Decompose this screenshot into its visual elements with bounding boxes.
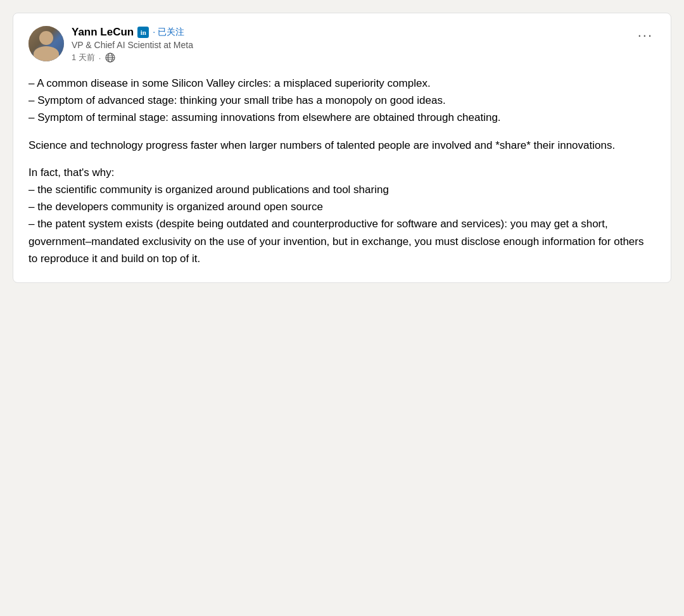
globe-icon	[104, 52, 116, 63]
user-info: Yann LeCun in · 已关注 VP & Chief AI Scient…	[72, 26, 656, 63]
content-paragraph-1: – A common disease in some Silicon Valle…	[28, 75, 656, 127]
timestamp: 1 天前	[72, 52, 95, 63]
avatar[interactable]	[28, 26, 64, 61]
post-meta: 1 天前 ·	[72, 52, 656, 63]
author-name[interactable]: Yann LeCun	[72, 26, 134, 39]
more-options-button[interactable]: ···	[635, 26, 656, 45]
follow-badge[interactable]: · 已关注	[153, 27, 184, 38]
author-title: VP & Chief AI Scientist at Meta	[72, 40, 656, 50]
name-row: Yann LeCun in · 已关注	[72, 26, 656, 39]
post-header: Yann LeCun in · 已关注 VP & Chief AI Scient…	[28, 26, 656, 63]
linkedin-icon: in	[137, 27, 149, 38]
content-paragraph-2: Science and technology progress faster w…	[28, 137, 656, 154]
visibility-dot: ·	[99, 53, 101, 63]
post-content: – A common disease in some Silicon Valle…	[28, 75, 656, 267]
content-paragraph-3: In fact, that's why: – the scientific co…	[28, 164, 656, 267]
post-card: Yann LeCun in · 已关注 VP & Chief AI Scient…	[13, 13, 671, 283]
